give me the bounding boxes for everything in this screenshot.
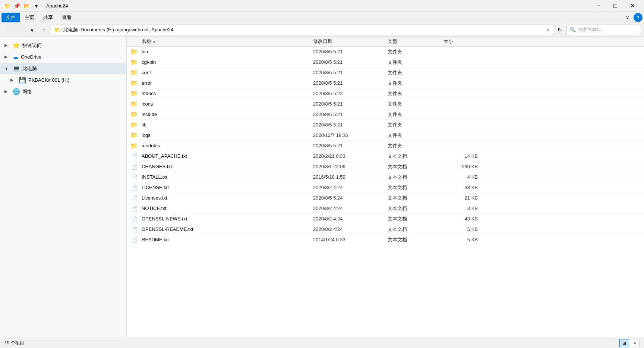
- statusbar: 19 个项目 ⊞ ≡: [0, 338, 644, 348]
- table-row[interactable]: 📁 bin 2020/8/5 5:21 文件夹: [127, 47, 644, 57]
- table-row[interactable]: 📄 Licenses.txt 2020/8/5 5:24 文本文档 21 KB: [127, 193, 644, 203]
- expand-icon: ▶: [4, 89, 10, 94]
- sidebar-item-quick-access[interactable]: ▶ ⭐ 快速访问: [0, 40, 126, 51]
- sidebar-item-network[interactable]: ▶ 🌐 网络: [0, 86, 126, 97]
- network-icon: 🌐: [13, 88, 20, 95]
- path-segment-1[interactable]: 此电脑: [63, 26, 78, 33]
- table-row[interactable]: 📄 LICENSE.txt 2020/8/2 4:24 文本文档 38 KB: [127, 182, 644, 193]
- table-row[interactable]: 📁 icons 2020/8/5 5:21 文件夹: [127, 99, 644, 109]
- folder-icon: 📁: [127, 48, 142, 55]
- table-row[interactable]: 📁 conf 2020/8/5 5:21 文件夹: [127, 68, 644, 78]
- file-date: 2020/8/5 5:21: [313, 49, 388, 54]
- col-name-header[interactable]: 名称 ∧: [127, 38, 313, 45]
- help-button[interactable]: ?: [634, 13, 643, 22]
- sidebar-item-this-pc[interactable]: ▼ 💻 此电脑: [0, 63, 126, 74]
- maximize-button[interactable]: □: [607, 0, 624, 12]
- folder-icon: 📁: [127, 111, 142, 118]
- txt-icon: 📄: [127, 195, 142, 201]
- table-row[interactable]: 📄 OPENSSL-NEWS.txt 2020/8/2 4:24 文本文档 43…: [127, 214, 644, 224]
- menu-view[interactable]: 查看: [57, 13, 76, 22]
- table-row[interactable]: 📁 lib 2020/8/5 5:21 文件夹: [127, 120, 644, 130]
- file-type: 文本文档: [388, 195, 443, 201]
- file-size: 4 KB: [443, 174, 481, 180]
- file-date: 2020/8/5 5:21: [313, 101, 388, 107]
- titlebar-icons: 📁 📌 📂 ▾: [3, 2, 40, 10]
- titlebar-controls: − □ ✕: [590, 0, 641, 12]
- menu-share[interactable]: 共享: [39, 13, 57, 22]
- minimize-button[interactable]: −: [590, 0, 607, 12]
- sidebar-item-pkback[interactable]: ▶ 💾 PKBACK# 001 (H:): [0, 74, 126, 86]
- path-segment-2[interactable]: Documents (F:): [80, 27, 114, 32]
- search-placeholder: 搜索"Apac...: [578, 26, 603, 33]
- file-name: NOTICE.txt: [142, 206, 313, 211]
- sidebar-label: OneDrive: [21, 54, 41, 60]
- file-size: 21 KB: [443, 195, 481, 201]
- col-date-header[interactable]: 修改日期: [313, 38, 388, 45]
- path-segment-4[interactable]: Apache24: [152, 27, 174, 32]
- dropdown-icon[interactable]: ▾: [32, 2, 40, 10]
- addressbar: ← → ∨ ↑ 📁 › 此电脑 › Documents (F:) › djang…: [0, 23, 644, 37]
- table-row[interactable]: 📁 error 2020/8/5 5:21 文件夹: [127, 78, 644, 88]
- close-button[interactable]: ✕: [624, 0, 641, 12]
- table-row[interactable]: 📁 include 2020/8/5 5:21 文件夹: [127, 109, 644, 120]
- file-type: 文本文档: [388, 174, 443, 181]
- drive-icon: 💾: [19, 76, 26, 84]
- path-sep-3: ›: [115, 28, 116, 32]
- file-size: 5 KB: [443, 226, 481, 232]
- titlebar: 📁 📌 📂 ▾ Apache24 − □ ✕: [0, 0, 644, 12]
- up-button[interactable]: ↑: [39, 25, 49, 35]
- view-toggle: ⊞ ≡: [619, 339, 640, 347]
- table-row[interactable]: 📄 ABOUT_APACHE.txt 2020/2/21 8:33 文本文档 1…: [127, 151, 644, 162]
- back-button[interactable]: ←: [3, 25, 13, 35]
- path-chevron-down[interactable]: ∨: [547, 27, 550, 32]
- file-date: 2020/8/5 5:21: [313, 112, 388, 117]
- table-row[interactable]: 📄 OPENSSL-README.txt 2020/8/2 4:24 文本文档 …: [127, 224, 644, 235]
- file-name: OPENSSL-README.txt: [142, 226, 313, 232]
- table-row[interactable]: 📄 NOTICE.txt 2020/8/2 4:24 文本文档 3 KB: [127, 203, 644, 214]
- table-row[interactable]: 📄 INSTALL.txt 2016/5/18 1:59 文本文档 4 KB: [127, 172, 644, 182]
- col-type-header[interactable]: 类型: [388, 38, 443, 45]
- txt-icon: 📄: [127, 206, 142, 211]
- file-size: 43 KB: [443, 216, 481, 222]
- sidebar: ▶ ⭐ 快速访问 ▶ ☁ OneDrive ▼ 💻 此电脑 ▶ 💾 PKBACK…: [0, 37, 127, 338]
- detail-view-button[interactable]: ⊞: [619, 339, 629, 347]
- list-view-button[interactable]: ≡: [630, 339, 640, 347]
- sidebar-label: 网络: [22, 88, 32, 95]
- file-type: 文件夹: [388, 48, 443, 55]
- menu-right: ∨ ?: [623, 13, 643, 22]
- sidebar-item-onedrive[interactable]: ▶ ☁ OneDrive: [0, 51, 126, 63]
- folder-icon: 📁: [127, 69, 142, 76]
- table-row[interactable]: 📁 cgi-bin 2020/8/5 5:21 文件夹: [127, 57, 644, 68]
- file-name: bin: [142, 49, 313, 54]
- file-date: 2020/8/2 4:24: [313, 216, 388, 222]
- expand-icon: ▶: [4, 43, 10, 48]
- table-row[interactable]: 📄 README.txt 2014/1/24 0:33 文本文档 5 KB: [127, 235, 644, 245]
- search-box[interactable]: 🔍 搜索"Apac...: [566, 25, 641, 35]
- table-row[interactable]: 📁 modules 2020/8/5 5:21 文件夹: [127, 141, 644, 151]
- forward-button[interactable]: →: [15, 25, 25, 35]
- table-row[interactable]: 📁 logs 2020/12/7 18:36 文件夹: [127, 130, 644, 141]
- file-date: 2020/8/5 5:21: [313, 59, 388, 65]
- refresh-button[interactable]: ↻: [555, 25, 565, 35]
- menu-home[interactable]: 主页: [20, 13, 39, 22]
- col-size-header[interactable]: 大小: [443, 38, 481, 45]
- file-name: htdocs: [142, 91, 313, 96]
- folder-icon: 📁: [127, 132, 142, 139]
- file-size: 38 KB: [443, 185, 481, 190]
- path-sep-4: ›: [149, 28, 151, 32]
- address-path[interactable]: 📁 › 此电脑 › Documents (F:) › djangowebroot…: [51, 25, 553, 35]
- table-row[interactable]: 📁 htdocs 2020/8/5 5:22 文件夹: [127, 88, 644, 99]
- path-segment-3[interactable]: djangowebroot: [117, 27, 149, 32]
- menu-file[interactable]: 文件: [1, 13, 20, 22]
- collapse-ribbon-button[interactable]: ∨: [623, 13, 632, 22]
- file-name: cgi-bin: [142, 59, 313, 65]
- file-type: 文件夹: [388, 132, 443, 139]
- table-row[interactable]: 📄 CHANGES.txt 2020/8/1 22:06 文本文档 290 KB: [127, 162, 644, 172]
- recent-locations-button[interactable]: ∨: [27, 25, 37, 35]
- file-name: Licenses.txt: [142, 195, 313, 201]
- file-date: 2016/5/18 1:59: [313, 174, 388, 180]
- main-layout: ▶ ⭐ 快速访问 ▶ ☁ OneDrive ▼ 💻 此电脑 ▶ 💾 PKBACK…: [0, 37, 644, 338]
- address-right: ↻: [555, 25, 565, 35]
- folder-icon: 📁: [3, 2, 11, 10]
- file-size: 290 KB: [443, 164, 481, 169]
